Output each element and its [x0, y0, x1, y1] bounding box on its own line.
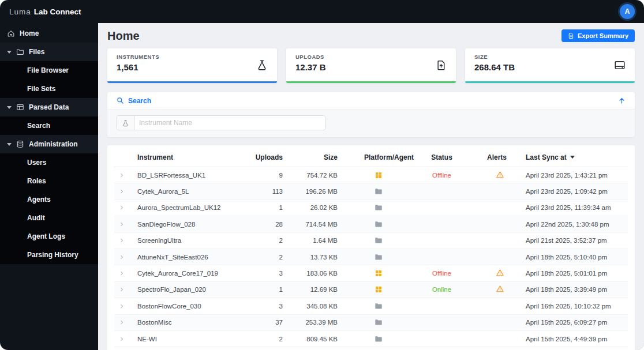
size-value: 714.54 MB [287, 221, 342, 228]
sidebar-item-label: Audit [27, 214, 45, 222]
sidebar-group-files[interactable]: Files [0, 43, 98, 61]
col-size[interactable]: Size [287, 153, 342, 161]
instrument-icon [256, 59, 268, 71]
table-row[interactable]: BostonMisc 37 253.39 MB April 15th 2025,… [114, 315, 628, 331]
storage-icon [614, 59, 626, 71]
table-row[interactable]: AttuneNxT_SiteEast026 2 13.73 KB April 1… [114, 249, 628, 265]
expand-row-icon[interactable] [114, 254, 137, 260]
status-cell: Online [414, 286, 469, 293]
expand-row-icon[interactable] [114, 189, 137, 194]
card-label: INSTRUMENTS [117, 54, 268, 60]
col-last-sync[interactable]: Last Sync at [512, 153, 628, 161]
home-icon [7, 29, 15, 37]
instrument-name: SpectroFlo_Japan_020 [137, 286, 241, 293]
col-status[interactable]: Status [414, 153, 469, 161]
sidebar-item-label: Home [20, 29, 39, 37]
card-label: UPLOADS [295, 54, 447, 60]
table-row[interactable]: NE-WI 2 809.45 KB April 15th 2025, 4:49:… [114, 331, 628, 347]
sidebar-item-parsing-history[interactable]: Parsing History [0, 246, 98, 264]
uploads-count: 1 [241, 204, 287, 211]
folder-agent-icon [375, 236, 383, 244]
table-row[interactable]: SanDiegoFlow_028 28 714.54 MB April 22nd… [114, 216, 628, 232]
expand-row-icon[interactable] [114, 238, 137, 243]
expand-row-icon[interactable] [114, 221, 137, 227]
uploads-count: 2 [241, 237, 287, 244]
instruments-table: Instrument Uploads Size Platform/Agent S… [107, 145, 635, 350]
avatar[interactable]: A [620, 4, 635, 19]
sidebar-item-users[interactable]: Users [0, 153, 98, 172]
sidebar-item-label: Roles [27, 177, 46, 185]
last-sync-value: April 23rd 2025, 1:09:42 pm [512, 188, 628, 195]
platform-cell [342, 253, 414, 261]
uploads-count: 3 [241, 270, 287, 277]
size-value: 12.69 KB [287, 286, 342, 293]
expand-row-icon[interactable] [114, 205, 137, 210]
sidebar-item-label: Agent Logs [27, 232, 65, 240]
instrument-name-input[interactable] [134, 116, 325, 130]
table-header: Instrument Uploads Size Platform/Agent S… [114, 148, 628, 167]
uploads-count: 28 [241, 221, 287, 228]
sidebar-item-label: File Sets [27, 85, 55, 93]
platform-cell [342, 270, 414, 276]
folder-agent-icon [375, 187, 383, 195]
logo-primary: Luma [9, 7, 31, 16]
status-cell: Offline [414, 172, 469, 179]
sidebar-item-search[interactable]: Search [0, 116, 98, 135]
alerts-cell [469, 285, 512, 294]
expand-row-icon[interactable] [114, 319, 137, 325]
col-instrument[interactable]: Instrument [137, 153, 241, 161]
table-row[interactable]: BostonFlowCore_030 3 345.08 KB April 16t… [114, 298, 628, 314]
platform-cell [342, 318, 414, 326]
table-row[interactable]: Aurora_SpectrumLab_UK12 1 26.02 KB April… [114, 200, 628, 216]
upload-file-icon [436, 59, 447, 71]
card-label: SIZE [474, 54, 626, 60]
sidebar-item-agents[interactable]: Agents [0, 190, 98, 209]
table-body: BD_LSRFortessa_UK1 9 754.72 KB Offline A… [114, 167, 628, 347]
sidebar-item-file-sets[interactable]: File Sets [0, 80, 98, 98]
expand-row-icon[interactable] [114, 287, 137, 292]
uploads-count: 1 [241, 286, 287, 293]
export-summary-button[interactable]: Export Summary [561, 29, 635, 42]
col-platform-agent[interactable]: Platform/Agent [342, 153, 414, 161]
app-window: Luma Lab Connect A Home Files [0, 0, 644, 350]
col-alerts[interactable]: Alerts [469, 153, 512, 161]
database-icon [16, 140, 24, 148]
instrument-name: SanDiegoFlow_028 [137, 221, 241, 228]
platform-cell [342, 236, 414, 244]
sidebar-group-parsed-data[interactable]: Parsed Data [0, 98, 98, 116]
sidebar-item-roles[interactable]: Roles [0, 172, 98, 190]
table-row[interactable]: Cytek_Aurora_Core17_019 3 183.06 KB Offl… [114, 265, 628, 281]
uploads-count: 3 [241, 303, 287, 310]
last-sync-value: April 18th 2025, 3:39:49 pm [512, 286, 628, 293]
expand-row-icon[interactable] [114, 270, 137, 276]
sidebar-item-label: File Browser [27, 66, 69, 74]
page-title: Home [107, 29, 140, 43]
search-panel-title[interactable]: Search [117, 97, 151, 105]
col-last-sync-label: Last Sync at [526, 153, 567, 161]
expand-row-icon[interactable] [114, 172, 137, 178]
expand-row-icon[interactable] [114, 336, 137, 342]
expand-row-icon[interactable] [114, 303, 137, 309]
instrument-name: Aurora_SpectrumLab_UK12 [137, 204, 241, 211]
status-text: Offline [432, 270, 451, 277]
export-summary-label: Export Summary [578, 32, 628, 39]
sidebar-group-administration[interactable]: Administration [0, 135, 98, 153]
collapse-panel-icon[interactable] [618, 97, 626, 104]
table-row[interactable]: Cytek_Aurora_5L 113 196.26 MB April 23rd… [114, 183, 628, 200]
sidebar-item-home[interactable]: Home [0, 24, 98, 43]
table-row[interactable]: BD_LSRFortessa_UK1 9 754.72 KB Offline A… [114, 167, 628, 183]
sidebar-item-file-browser[interactable]: File Browser [0, 61, 98, 80]
folder-agent-icon [375, 302, 383, 310]
uploads-count: 9 [241, 172, 287, 179]
instrument-name: BostonMisc [137, 319, 241, 326]
table-row[interactable]: ScreeningUltra 2 1.64 MB April 21st 2025… [114, 233, 628, 249]
last-sync-value: April 15th 2025, 6:09:27 pm [512, 319, 628, 326]
sidebar-item-agent-logs[interactable]: Agent Logs [0, 227, 98, 246]
card-value: 12.37 B [295, 62, 447, 72]
sidebar-item-label: Parsing History [27, 251, 78, 259]
sidebar-item-audit[interactable]: Audit [0, 209, 98, 227]
chevron-down-icon [7, 51, 12, 54]
col-uploads[interactable]: Uploads [241, 153, 287, 161]
table-row[interactable]: SpectroFlo_Japan_020 1 12.69 KB Online A… [114, 282, 628, 298]
sidebar-group-label: Parsed Data [29, 103, 69, 111]
